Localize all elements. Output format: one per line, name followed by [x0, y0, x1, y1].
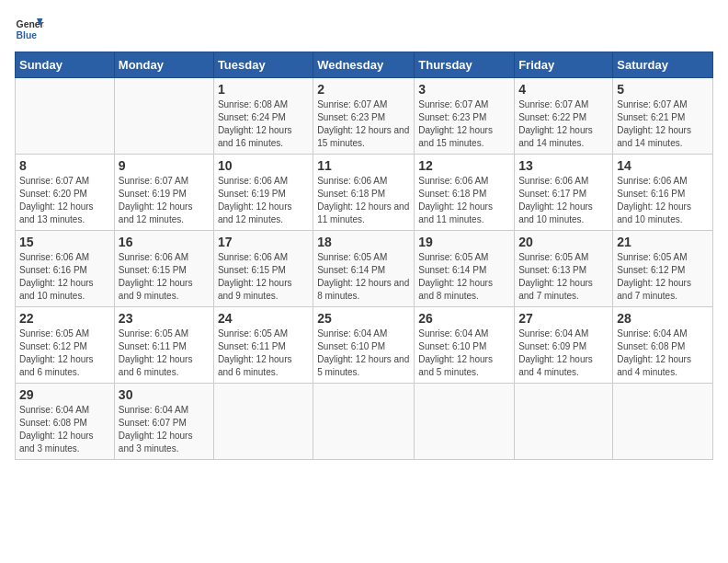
- day-info: Sunrise: 6:04 AMSunset: 6:09 PMDaylight:…: [518, 328, 593, 377]
- day-info: Sunrise: 6:06 AMSunset: 6:16 PMDaylight:…: [19, 252, 94, 301]
- day-number: 3: [418, 82, 510, 97]
- day-cell-28: 28 Sunrise: 6:04 AMSunset: 6:08 PMDaylig…: [613, 307, 713, 384]
- day-cell-4: 4 Sunrise: 6:07 AMSunset: 6:22 PMDayligh…: [515, 78, 613, 155]
- day-info: Sunrise: 6:06 AMSunset: 6:18 PMDaylight:…: [317, 176, 409, 224]
- day-number: 12: [418, 158, 510, 173]
- day-cell-30: 30 Sunrise: 6:04 AMSunset: 6:07 PMDaylig…: [114, 384, 213, 460]
- day-info: Sunrise: 6:04 AMSunset: 6:08 PMDaylight:…: [19, 405, 94, 454]
- day-cell-12: 12 Sunrise: 6:06 AMSunset: 6:18 PMDaylig…: [415, 155, 515, 231]
- empty-cell: [515, 384, 613, 460]
- day-cell-27: 27 Sunrise: 6:04 AMSunset: 6:09 PMDaylig…: [515, 307, 613, 384]
- day-info: Sunrise: 6:05 AMSunset: 6:11 PMDaylight:…: [218, 328, 292, 377]
- empty-cell: [114, 78, 213, 155]
- day-number: 2: [317, 82, 410, 97]
- calendar-week-4: 22 Sunrise: 6:05 AMSunset: 6:12 PMDaylig…: [16, 307, 713, 384]
- day-number: 19: [418, 235, 510, 249]
- weekday-header-monday: Monday: [114, 52, 213, 78]
- day-number: 11: [317, 158, 410, 173]
- day-cell-14: 14 Sunrise: 6:06 AMSunset: 6:16 PMDaylig…: [613, 155, 713, 231]
- day-info: Sunrise: 6:07 AMSunset: 6:21 PMDaylight:…: [617, 99, 691, 148]
- day-number: 21: [617, 235, 709, 249]
- weekday-header-sunday: Sunday: [16, 52, 115, 78]
- day-info: Sunrise: 6:06 AMSunset: 6:15 PMDaylight:…: [218, 252, 292, 301]
- day-number: 27: [518, 311, 609, 326]
- day-number: 20: [518, 235, 609, 249]
- logo: General Blue: [15, 15, 44, 44]
- weekday-header-thursday: Thursday: [415, 52, 515, 78]
- day-number: 8: [19, 158, 110, 173]
- day-number: 30: [119, 387, 210, 402]
- day-info: Sunrise: 6:04 AMSunset: 6:10 PMDaylight:…: [418, 328, 493, 377]
- day-cell-13: 13 Sunrise: 6:06 AMSunset: 6:17 PMDaylig…: [515, 155, 613, 231]
- day-cell-29: 29 Sunrise: 6:04 AMSunset: 6:08 PMDaylig…: [16, 384, 115, 460]
- day-number: 29: [19, 387, 110, 402]
- day-cell-3: 3 Sunrise: 6:07 AMSunset: 6:23 PMDayligh…: [415, 78, 515, 155]
- day-number: 22: [19, 311, 110, 326]
- day-number: 14: [617, 158, 709, 173]
- day-cell-18: 18 Sunrise: 6:05 AMSunset: 6:14 PMDaylig…: [313, 231, 415, 307]
- day-info: Sunrise: 6:05 AMSunset: 6:14 PMDaylight:…: [418, 252, 493, 301]
- empty-cell: [213, 384, 313, 460]
- day-number: 9: [119, 158, 210, 173]
- day-cell-17: 17 Sunrise: 6:06 AMSunset: 6:15 PMDaylig…: [213, 231, 313, 307]
- day-number: 15: [19, 235, 110, 249]
- day-info: Sunrise: 6:07 AMSunset: 6:23 PMDaylight:…: [317, 99, 409, 148]
- day-cell-20: 20 Sunrise: 6:05 AMSunset: 6:13 PMDaylig…: [515, 231, 613, 307]
- weekday-header-saturday: Saturday: [613, 52, 713, 78]
- day-cell-11: 11 Sunrise: 6:06 AMSunset: 6:18 PMDaylig…: [313, 155, 415, 231]
- weekday-header-wednesday: Wednesday: [313, 52, 415, 78]
- day-info: Sunrise: 6:05 AMSunset: 6:14 PMDaylight:…: [317, 252, 409, 301]
- day-cell-24: 24 Sunrise: 6:05 AMSunset: 6:11 PMDaylig…: [213, 307, 313, 384]
- day-info: Sunrise: 6:04 AMSunset: 6:08 PMDaylight:…: [617, 328, 691, 377]
- day-cell-2: 2 Sunrise: 6:07 AMSunset: 6:23 PMDayligh…: [313, 78, 415, 155]
- day-number: 17: [218, 235, 309, 249]
- day-info: Sunrise: 6:07 AMSunset: 6:22 PMDaylight:…: [518, 99, 593, 148]
- calendar-week-1: 1 Sunrise: 6:08 AMSunset: 6:24 PMDayligh…: [16, 78, 713, 155]
- day-cell-19: 19 Sunrise: 6:05 AMSunset: 6:14 PMDaylig…: [415, 231, 515, 307]
- calendar-week-5: 29 Sunrise: 6:04 AMSunset: 6:08 PMDaylig…: [16, 384, 713, 460]
- day-cell-16: 16 Sunrise: 6:06 AMSunset: 6:15 PMDaylig…: [114, 231, 213, 307]
- calendar-week-2: 8 Sunrise: 6:07 AMSunset: 6:20 PMDayligh…: [16, 155, 713, 231]
- day-cell-8: 8 Sunrise: 6:07 AMSunset: 6:20 PMDayligh…: [16, 155, 115, 231]
- day-info: Sunrise: 6:06 AMSunset: 6:16 PMDaylight:…: [617, 176, 691, 224]
- day-info: Sunrise: 6:08 AMSunset: 6:24 PMDaylight:…: [218, 99, 292, 148]
- day-number: 10: [218, 158, 309, 173]
- day-number: 13: [518, 158, 609, 173]
- day-info: Sunrise: 6:04 AMSunset: 6:10 PMDaylight:…: [317, 328, 409, 377]
- day-number: 5: [617, 82, 709, 97]
- calendar-week-3: 15 Sunrise: 6:06 AMSunset: 6:16 PMDaylig…: [16, 231, 713, 307]
- empty-cell: [415, 384, 515, 460]
- calendar-table: SundayMondayTuesdayWednesdayThursdayFrid…: [15, 52, 713, 460]
- day-number: 28: [617, 311, 709, 326]
- day-info: Sunrise: 6:06 AMSunset: 6:18 PMDaylight:…: [418, 176, 493, 224]
- day-number: 4: [518, 82, 609, 97]
- svg-text:Blue: Blue: [17, 30, 38, 40]
- day-info: Sunrise: 6:07 AMSunset: 6:19 PMDaylight:…: [119, 176, 193, 224]
- day-cell-1: 1 Sunrise: 6:08 AMSunset: 6:24 PMDayligh…: [213, 78, 313, 155]
- day-number: 23: [119, 311, 210, 326]
- day-number: 18: [317, 235, 410, 249]
- day-info: Sunrise: 6:06 AMSunset: 6:19 PMDaylight:…: [218, 176, 292, 224]
- weekday-header-friday: Friday: [515, 52, 613, 78]
- day-cell-9: 9 Sunrise: 6:07 AMSunset: 6:19 PMDayligh…: [114, 155, 213, 231]
- day-info: Sunrise: 6:05 AMSunset: 6:12 PMDaylight:…: [617, 252, 691, 301]
- day-info: Sunrise: 6:06 AMSunset: 6:15 PMDaylight:…: [119, 252, 193, 301]
- day-info: Sunrise: 6:07 AMSunset: 6:23 PMDaylight:…: [418, 99, 493, 148]
- weekday-header-tuesday: Tuesday: [213, 52, 313, 78]
- day-cell-15: 15 Sunrise: 6:06 AMSunset: 6:16 PMDaylig…: [16, 231, 115, 307]
- day-number: 25: [317, 311, 410, 326]
- header: General Blue: [15, 15, 713, 44]
- day-number: 1: [218, 82, 309, 97]
- day-cell-10: 10 Sunrise: 6:06 AMSunset: 6:19 PMDaylig…: [213, 155, 313, 231]
- day-cell-21: 21 Sunrise: 6:05 AMSunset: 6:12 PMDaylig…: [613, 231, 713, 307]
- day-info: Sunrise: 6:05 AMSunset: 6:12 PMDaylight:…: [19, 328, 94, 377]
- day-cell-22: 22 Sunrise: 6:05 AMSunset: 6:12 PMDaylig…: [16, 307, 115, 384]
- day-number: 16: [119, 235, 210, 249]
- day-info: Sunrise: 6:07 AMSunset: 6:20 PMDaylight:…: [19, 176, 94, 224]
- day-number: 24: [218, 311, 309, 326]
- empty-cell: [16, 78, 115, 155]
- day-cell-23: 23 Sunrise: 6:05 AMSunset: 6:11 PMDaylig…: [114, 307, 213, 384]
- day-cell-25: 25 Sunrise: 6:04 AMSunset: 6:10 PMDaylig…: [313, 307, 415, 384]
- empty-cell: [613, 384, 713, 460]
- day-info: Sunrise: 6:04 AMSunset: 6:07 PMDaylight:…: [119, 405, 193, 454]
